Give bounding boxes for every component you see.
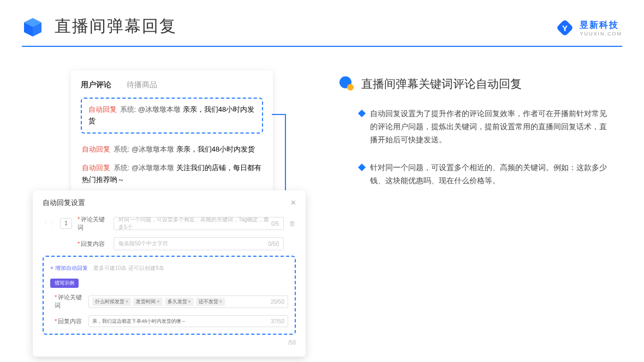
keyword-label: 评论关键词 [77, 216, 105, 231]
connector-line [272, 114, 285, 115]
brand-name-cn: 昱新科技 [580, 20, 622, 31]
close-icon[interactable]: × [291, 198, 296, 208]
header-divider [22, 46, 622, 47]
add-hint: 最多可建10条 还可以创建9条 [93, 265, 164, 271]
auto-reply-badge: 自动回复 [88, 105, 117, 113]
tag-item: 多久发货× [165, 298, 194, 306]
diamond-bullet-icon [358, 110, 366, 117]
outer-counter: /50 [288, 340, 296, 346]
trash-icon[interactable]: 🗑 [289, 220, 296, 227]
highlighted-auto-reply: 自动回复 系统: @冰墩墩本墩 亲亲，我们48小时内发货 [81, 98, 263, 134]
page-title: 直播间弹幕回复 [55, 15, 177, 38]
bullet-text-2: 针对同一个问题，可设置多个相近的、高频的关键词。例如：这款多少钱、这块能优惠吗、… [370, 161, 610, 188]
auto-reply-row: 自动回复 系统: @冰墩墩本墩 亲亲，我们48小时内发货 [81, 140, 263, 159]
example-pill: 填写示例 [50, 279, 79, 288]
section-title: 直播间弹幕关键词评论自动回复 [361, 76, 522, 92]
reply-label: 回复内容 [81, 240, 105, 247]
brand-diamond-icon: Y [554, 17, 575, 38]
tab-pending-goods[interactable]: 待播商品 [127, 80, 157, 90]
rule-number: 1 [60, 218, 72, 229]
bullet-text-1: 自动回复设置为了提升作者的评论回复效率，作者可在开播前针对常见的评论用户问题，提… [370, 107, 610, 146]
keyword-input[interactable]: 对同一个问题，可设置多个相近、高频的关键词，Tag确定，最多5个 0/5 [114, 217, 284, 230]
tag-item: 发货时间× [133, 298, 162, 306]
diamond-bullet-icon [358, 164, 366, 171]
brand-logo-block: Y 昱新科技 YUUXIN.COM [554, 17, 622, 38]
auto-reply-settings-card: 自动回复设置 × ⋮⋮ 1 *评论关键词 对同一个问题，可设置多个相近、高频的关… [33, 190, 306, 357]
tab-user-comments[interactable]: 用户评论 [81, 80, 111, 90]
example-section: + 增加自动回复 最多可建10条 还可以创建9条 填写示例 *评论关键词 什么时… [43, 256, 296, 335]
svg-point-6 [347, 84, 354, 90]
auto-reply-row: 自动回复 系统: @冰墩墩本墩 关注我们的店铺，每日都有热门推荐哟～ [81, 159, 263, 189]
reply-input[interactable]: 每条限50个中文字符 0/50 [114, 237, 284, 250]
drag-handle-icon[interactable]: ⋮⋮ [43, 220, 55, 227]
cube-icon [22, 16, 44, 38]
chat-bubble-icon [338, 76, 355, 92]
example-keyword-tags[interactable]: 什么时候发货× 发货时间× 多久发货× 还不发货× 20/50 [88, 295, 288, 308]
tag-item: 还不发货× [196, 298, 225, 306]
brand-name-en: YUUXIN.COM [580, 31, 622, 37]
system-label: 系统: [120, 105, 136, 113]
mention-user: @冰墩墩本墩 [138, 105, 181, 113]
settings-title: 自动回复设置 [43, 198, 85, 208]
svg-text:Y: Y [562, 23, 568, 33]
add-auto-reply-link[interactable]: + 增加自动回复 [50, 265, 88, 271]
comments-card: 用户评论 待播商品 自动回复 系统: @冰墩墩本墩 亲亲，我们48小时内发货 自… [71, 70, 273, 199]
example-reply-content[interactable]: 亲，我们这边都是下单48小时内发货的噢～ 37/50 [88, 315, 288, 327]
tag-item: 什么时候发货× [92, 298, 131, 306]
